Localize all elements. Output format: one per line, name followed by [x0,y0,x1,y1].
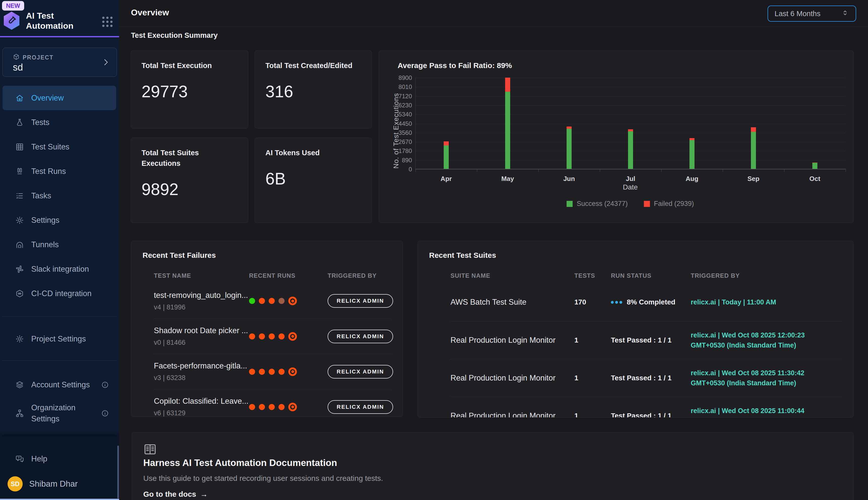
test-name[interactable]: Copilot: Classified: Leave... [154,397,249,406]
triggered-by-button[interactable]: RELICX ADMIN [328,400,393,414]
gridline [415,78,845,78]
failure-row[interactable]: Facets-performance-gitla...v3 | 63238REL… [154,354,391,389]
run-status-dot-orange [269,369,275,375]
failed-segment [505,78,510,92]
sidebar-scrollbar[interactable] [117,445,119,499]
sidebar-item-slack-integration[interactable]: Slack integration [0,257,119,281]
sidebar-item-label: Test Runs [31,166,94,177]
sidebar-bottom-scrollbar[interactable] [0,499,119,500]
failed-segment [690,138,694,140]
y-tick-label: 1780 [399,147,412,155]
run-status-dot-orange [259,404,265,410]
suite-name[interactable]: AWS Batch Test Suite [450,298,574,307]
suite-row[interactable]: AWS Batch Test Suite1708% Completedrelic… [450,283,842,321]
test-name[interactable]: Shadow root Date picker ... [154,326,249,335]
run-status-dot-orange [249,333,255,340]
sidebar-footer: ?Help SD Shibam Dhar [0,436,119,500]
sidebar-item-test-runs[interactable]: Test Runs [0,159,119,183]
bar-may [505,78,510,169]
suite-run-status: Test Passed : 1 / 1 [611,412,691,418]
failed-segment [751,127,756,132]
sidebar-item-tasks[interactable]: Tasks [0,183,119,208]
docs-link[interactable]: Go to the docs → [143,490,208,499]
triggered-by-button[interactable]: RELICX ADMIN [328,365,393,378]
sidebar-item-settings[interactable]: Settings [0,208,119,232]
sidebar-header: NEW AI Test Automation [0,0,119,37]
apps-grid-icon[interactable] [102,16,113,27]
x-tick-mark [600,169,600,172]
cicd-icon [15,289,24,298]
column-header: RUN STATUS [611,272,691,279]
suite-name[interactable]: Real Production Login Monitor [450,411,574,418]
docs-subtitle: Use this guide to get started recording … [143,474,383,482]
gridline [415,87,845,87]
run-status-dot-brown [279,298,284,304]
x-tick-label: Apr [426,175,466,183]
sidebar-item-ci-cd-integration[interactable]: CI-CD integration [0,281,119,306]
user-menu[interactable]: SD Shibam Dhar [8,476,78,491]
pass-fail-chart-card: Average Pass to Fail Ratio: 89% No. of T… [379,50,854,223]
legend-swatch [566,201,573,207]
y-tick-label: 4450 [399,120,412,127]
suite-triggered-by: relicx.ai | Wed Oct 08 2025 12:00:23 GMT… [691,328,842,353]
suite-name[interactable]: Real Production Login Monitor [450,336,574,345]
project-selector[interactable]: PROJECT sd [2,48,117,77]
bar-aug [690,138,694,169]
test-name[interactable]: test-removing_auto_login... [154,291,249,300]
run-status-dot-orange [269,333,275,340]
gear-icon [15,335,24,343]
suite-row[interactable]: Real Production Login Monitor1Test Passe… [450,321,842,359]
info-icon[interactable] [101,410,109,417]
sidebar-item-account-settings[interactable]: Account Settings [0,373,119,397]
triggered-by-button[interactable]: RELICX ADMIN [328,294,393,308]
topbar: Overview Last 6 Months [119,0,868,27]
sidebar-item-overview[interactable]: Overview [2,86,116,110]
time-range-select[interactable]: Last 6 Months [767,5,856,22]
run-status-text: 8% Completed [627,298,676,306]
suite-run-status: Test Passed : 1 / 1 [611,374,691,382]
run-status-dot-orange [249,404,255,410]
run-status-dot-orange [279,333,284,340]
suite-row[interactable]: Real Production Login Monitor1Test Passe… [450,397,842,418]
legend-swatch [644,201,650,207]
suite-triggered-by: relicx.ai | Wed Oct 08 2025 11:30:42 GMT… [691,365,842,391]
suite-row[interactable]: Real Production Login Monitor1Test Passe… [450,359,842,397]
failure-row[interactable]: Copilot: Classified: Leave...v6 | 63129R… [154,389,391,417]
stat-card-total-test-suites-executions: Total Test Suites Executions9892 [131,138,248,223]
divider [2,316,117,317]
sidebar-item-tests[interactable]: Tests [0,110,119,135]
legend-item-success[interactable]: Success (24377) [566,200,628,208]
success-segment [812,163,817,169]
tasks-icon [15,192,24,200]
arrow-right-icon: → [200,490,208,499]
y-tick-label: 890 [402,157,412,164]
main-content: Overview Last 6 Months Test Execution Su… [119,0,868,500]
chevron-right-icon [102,58,110,68]
sidebar-item-project-settings[interactable]: Project Settings [0,327,119,351]
triggered-by-button[interactable]: RELICX ADMIN [328,330,393,343]
org-icon [15,409,24,418]
sidebar-item-organization-settings[interactable]: Organization Settings [0,397,119,430]
progress-dots-icon [611,301,622,304]
stat-card-total-test-created-edited: Total Test Created/Edited316 [255,50,372,128]
legend-label: Success (24377) [577,200,628,208]
failure-row[interactable]: Shadow root Date picker ...v0 | 81466REL… [154,319,391,354]
failure-row[interactable]: test-removing_auto_login...v4 | 81996REL… [154,283,391,319]
bar-jul [628,129,633,169]
suite-tests-count: 1 [574,336,611,344]
legend-item-failed[interactable]: Failed (2939) [644,200,694,208]
sidebar: NEW AI Test Automation PROJECT sd Overvi… [0,0,119,500]
run-status-target-icon [288,332,297,341]
test-name[interactable]: Facets-performance-gitla... [154,361,249,371]
run-status-dot-orange [259,333,265,340]
sidebar-item-tunnels[interactable]: Tunnels [0,232,119,257]
y-tick-label: 8900 [399,74,412,81]
test-tube-icon [6,15,17,26]
info-icon[interactable] [101,381,109,389]
sidebar-item-help[interactable]: ?Help [0,446,119,471]
sidebar-item-test-suites[interactable]: Test Suites [0,135,119,159]
docs-card: Harness AI Test Automation Documentation… [132,432,854,500]
sidebar-item-label: Project Settings [31,333,94,344]
failures-table: TEST NAMERECENT RUNSTRIGGERED BYtest-rem… [154,268,391,417]
suite-name[interactable]: Real Production Login Monitor [450,374,574,383]
